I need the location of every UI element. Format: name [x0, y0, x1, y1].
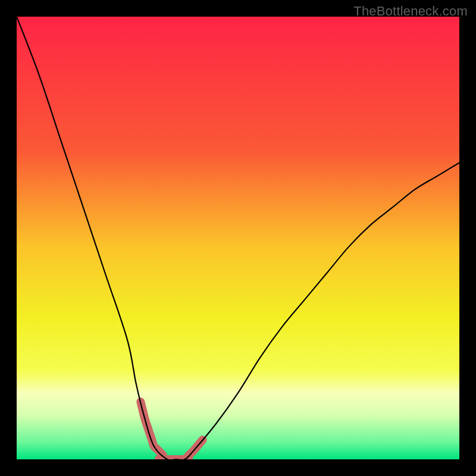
watermark-text: TheBottleneck.com [353, 4, 468, 19]
gradient-background [17, 17, 459, 459]
chart-frame: TheBottleneck.com [0, 0, 476, 476]
gradient-rect [17, 17, 459, 459]
